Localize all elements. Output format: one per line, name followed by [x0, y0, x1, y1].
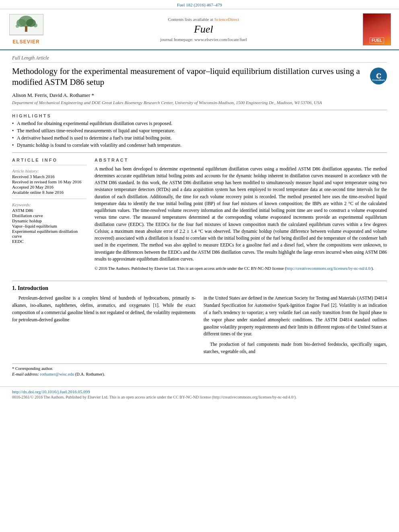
bottom-copyright: http://dx.doi.org/10.1016/j.fuel.2016.05… [0, 386, 399, 402]
keywords-label: Keywords: [12, 202, 86, 207]
keyword-2: Distillation curve [12, 213, 86, 218]
keyword-3: Dynamic holdup [12, 218, 86, 223]
footnote-email-link[interactable]: rothamer@wisc.edu [40, 372, 74, 376]
doi-line: http://dx.doi.org/10.1016/j.fuel.2016.05… [12, 389, 387, 394]
keyword-1: ASTM D86 [12, 208, 86, 213]
crossmark-svg: ℂ CrossMark [372, 70, 385, 82]
crossmark-badge[interactable]: ℂ CrossMark [370, 68, 387, 84]
accepted-date: Accepted 20 May 2016 [12, 185, 86, 189]
section-name: Introduction [18, 285, 48, 291]
intro-para-left: Petroleum-derived gasoline is a complex … [12, 295, 195, 323]
homepage-text: journal homepage: www.elsevier.com/locat… [160, 37, 247, 42]
contents-text: Contents lists available at [168, 17, 213, 22]
main-content: Full Length Article Methodology for the … [0, 50, 399, 382]
keyword-4: Vapor–liquid equilibrium [12, 224, 86, 228]
intro-columns: Petroleum-derived gasoline is a complex … [12, 295, 387, 359]
svg-rect-4 [25, 26, 27, 32]
homepage-line: journal homepage: www.elsevier.com/locat… [48, 37, 359, 42]
footnote-area: * Corresponding author. E-mail address: … [12, 364, 387, 376]
keyword-5: Experimental equilibrium distillation cu… [12, 229, 86, 238]
received-date: Received 3 March 2016 [12, 174, 86, 179]
history-label: Article history: [12, 168, 86, 173]
received-revised-date: Received in revised form 16 May 2016 [12, 179, 86, 184]
footnote-corresponding-text: * Corresponding author. [12, 366, 53, 371]
intro-left-text: Petroleum-derived gasoline is a complex … [12, 295, 195, 323]
journal-reference: Fuel 182 (2016) 467–479 [0, 0, 399, 9]
highlight-item-3: A derivative based method is used to det… [12, 135, 387, 141]
abstract-title: ABSTRACT [95, 158, 387, 162]
divider-2 [12, 152, 387, 153]
journal-center: Contents lists available at ScienceDirec… [48, 17, 359, 42]
abstract-col: ABSTRACT A method has been developed to … [95, 158, 387, 275]
highlights-section: HIGHLIGHTS A method for obtaining experi… [12, 113, 387, 148]
issn-line: 0016-2361/© 2016 The Authors. Published … [12, 395, 387, 399]
elsevier-wordmark: ELSEVIER [12, 39, 39, 45]
authors-text: Alison M. Ferris, David A. Rothamer * [12, 92, 94, 98]
highlight-item-1: A method for obtaining experimental equi… [12, 121, 387, 127]
keyword-6: EEDC [12, 239, 86, 244]
doi-link[interactable]: http://dx.doi.org/10.1016/j.fuel.2016.05… [12, 389, 90, 394]
journal-header: ELSEVIER Contents lists available at Sci… [0, 9, 399, 50]
journal-title: Fuel [48, 23, 359, 35]
crossmark-icon: ℂ CrossMark [370, 68, 387, 84]
affiliation: Department of Mechanical Engineering and… [12, 100, 387, 105]
svg-point-5 [16, 25, 19, 28]
intro-left-col: Petroleum-derived gasoline is a complex … [12, 295, 195, 359]
page-wrapper: Fuel 182 (2016) 467–479 ELSEVIER [0, 0, 399, 402]
left-divider-1 [12, 165, 86, 165]
elsevier-logo-icon [9, 14, 43, 38]
footnote-email-label: E-mail address: [12, 372, 39, 376]
intro-right-para-2: The production of fuel components made f… [204, 341, 387, 355]
section-number: 1. [12, 285, 16, 291]
cc-license-link[interactable]: http://creativecommons.org/licenses/by-n… [286, 266, 372, 271]
journal-cover: FUEL [363, 13, 391, 45]
article-type: Full Length Article [12, 55, 387, 63]
sciencedirect-link[interactable]: ScienceDirect [214, 17, 239, 22]
abstract-para-1: A method has been developed to determine… [95, 166, 387, 263]
elsevier-logo: ELSEVIER [8, 14, 44, 45]
divider-1 [12, 110, 387, 110]
highlight-item-2: The method utilizes time-resolved measur… [12, 128, 387, 134]
section-title: 1. Introduction [12, 285, 387, 292]
info-abstract-columns: ARTICLE INFO Article history: Received 3… [12, 158, 387, 275]
intro-right-para-1: in the United States are defined in the … [204, 295, 387, 338]
intro-right-text-2: The production of fuel components made f… [204, 341, 387, 355]
left-divider-2 [12, 199, 86, 199]
svg-text:CrossMark: CrossMark [372, 79, 385, 81]
highlights-list: A method for obtaining experimental equi… [12, 121, 387, 148]
footnote-email-suffix: (D.A. Rothamer). [75, 372, 105, 376]
article-history: Article history: Received 3 March 2016 R… [12, 168, 86, 195]
abstract-license: © 2016 The Authors. Published by Elsevie… [95, 265, 387, 272]
article-title-row: Methodology for the experimental measure… [12, 66, 387, 92]
authors-line: Alison M. Ferris, David A. Rothamer * [12, 92, 387, 99]
svg-point-6 [33, 23, 37, 27]
footnote-corresponding: * Corresponding author. [12, 366, 387, 371]
journal-ref-text: Fuel 182 (2016) 467–479 [177, 2, 222, 7]
journal-cover-label: FUEL [370, 37, 384, 43]
contents-line: Contents lists available at ScienceDirec… [48, 17, 359, 22]
article-info-col: ARTICLE INFO Article history: Received 3… [12, 158, 86, 275]
article-info-title: ARTICLE INFO [12, 158, 86, 162]
intro-right-col: in the United States are defined in the … [204, 295, 387, 359]
footnote-email: E-mail address: rothamer@wisc.edu (D.A. … [12, 372, 387, 376]
highlight-item-4: Dynamic holdup is found to correlate wit… [12, 142, 387, 148]
available-date: Available online 8 June 2016 [12, 190, 86, 195]
introduction-section: 1. Introduction Petroleum-derived gasoli… [12, 281, 387, 359]
highlights-title: HIGHLIGHTS [12, 113, 387, 118]
article-title: Methodology for the experimental measure… [12, 66, 366, 88]
abstract-text: A method has been developed to determine… [95, 166, 387, 272]
keywords-section: Keywords: ASTM D86 Distillation curve Dy… [12, 202, 86, 244]
